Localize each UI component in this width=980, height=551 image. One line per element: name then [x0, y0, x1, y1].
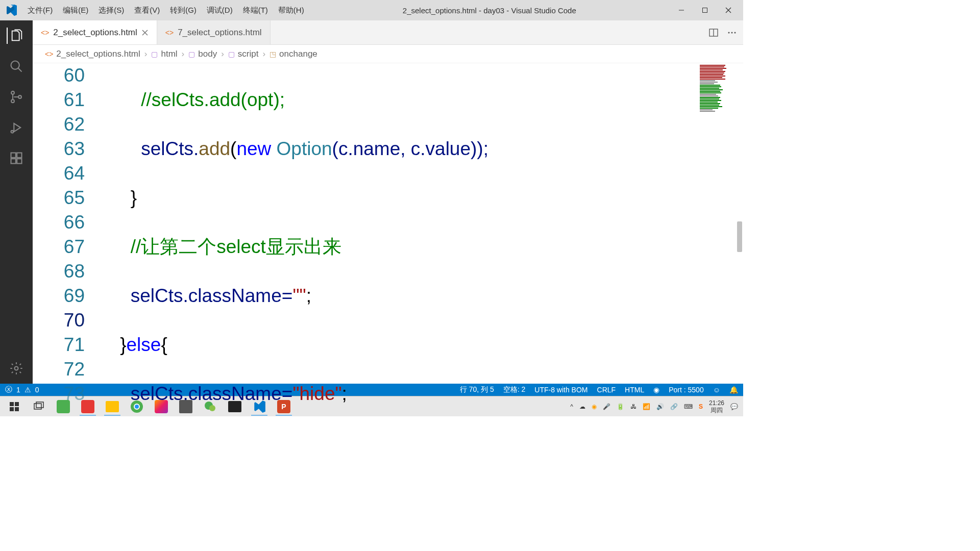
task-view-button[interactable]: [27, 397, 51, 416]
minimize-button[interactable]: [670, 2, 693, 18]
taskbar-chrome[interactable]: [125, 397, 149, 416]
breadcrumb-file[interactable]: 2_select_options.html: [56, 49, 140, 59]
line-number-gutter: 60 61 62 63 64 65 66 67 68 69 70 71 72 7…: [33, 63, 99, 384]
html-file-icon: <>: [165, 29, 174, 37]
html-file-icon: <>: [41, 29, 49, 37]
source-control-icon[interactable]: [8, 89, 24, 105]
chevron-right-icon: ›: [181, 49, 186, 59]
svg-point-20: [728, 32, 730, 33]
menu-edit[interactable]: 编辑(E): [58, 4, 93, 17]
error-count[interactable]: 1: [16, 386, 20, 394]
symbol-struct-icon: ▢: [151, 50, 158, 58]
menu-help[interactable]: 帮助(H): [273, 4, 309, 17]
minimap[interactable]: [698, 63, 734, 384]
taskbar-app-1[interactable]: [51, 397, 76, 416]
svg-point-22: [734, 32, 736, 33]
menu-bar: 文件(F) 编辑(E) 选择(S) 查看(V) 转到(G) 调试(D) 终端(T…: [22, 4, 309, 17]
more-actions-icon[interactable]: [727, 28, 737, 38]
taskbar-vscode[interactable]: [247, 397, 272, 416]
activity-bar: [0, 20, 33, 384]
window-controls: [670, 2, 740, 18]
editor-tabs: <> 2_select_options.html <> 7_select_opt…: [33, 20, 743, 45]
svg-marker-9: [14, 123, 20, 132]
maximize-button[interactable]: [693, 2, 717, 18]
html-file-icon: <>: [45, 50, 53, 58]
settings-gear-icon[interactable]: [8, 360, 24, 377]
svg-rect-26: [15, 407, 19, 411]
svg-rect-11: [11, 153, 16, 158]
code-content[interactable]: //selCts.add(opt); selCts.add(new Option…: [99, 63, 743, 384]
explorer-icon[interactable]: [7, 28, 25, 44]
svg-line-5: [18, 68, 22, 72]
breadcrumb-html[interactable]: html: [161, 49, 177, 59]
svg-rect-27: [34, 404, 41, 409]
tab-2-select-options[interactable]: <> 2_select_options.html: [33, 20, 157, 44]
svg-point-4: [11, 61, 19, 69]
svg-rect-23: [10, 402, 14, 406]
menu-go[interactable]: 转到(G): [165, 4, 202, 17]
chevron-right-icon: ›: [261, 49, 266, 59]
code-editor[interactable]: 60 61 62 63 64 65 66 67 68 69 70 71 72 7…: [33, 63, 743, 384]
menu-file[interactable]: 文件(F): [22, 4, 58, 17]
tab-7-select-options[interactable]: <> 7_select_options.html: [157, 20, 271, 44]
scrollbar-thumb[interactable]: [737, 221, 742, 252]
svg-point-6: [11, 91, 14, 94]
title-bar: 文件(F) 编辑(E) 选择(S) 查看(V) 转到(G) 调试(D) 终端(T…: [0, 0, 743, 20]
window-title: 2_select_options.html - day03 - Visual S…: [309, 6, 670, 15]
menu-debug[interactable]: 调试(D): [202, 4, 238, 17]
search-icon[interactable]: [8, 58, 24, 74]
breadcrumb-script[interactable]: script: [238, 49, 259, 59]
svg-point-15: [15, 367, 18, 370]
vertical-scrollbar[interactable]: [736, 63, 743, 384]
symbol-field-icon: ◳: [270, 50, 276, 58]
breadcrumb-onchange[interactable]: onchange: [279, 49, 317, 59]
svg-rect-12: [17, 153, 21, 158]
taskbar-paint[interactable]: [149, 397, 174, 416]
symbol-struct-icon: ▢: [188, 50, 195, 58]
menu-view[interactable]: 查看(V): [129, 4, 165, 17]
svg-rect-25: [10, 407, 14, 411]
split-editor-icon[interactable]: [708, 28, 719, 38]
chevron-right-icon: ›: [220, 49, 225, 59]
extensions-icon[interactable]: [8, 150, 24, 166]
tab-label: 2_select_options.html: [53, 28, 137, 38]
svg-point-7: [11, 99, 14, 103]
menu-terminal[interactable]: 终端(T): [238, 4, 273, 17]
vscode-logo-icon: [5, 4, 17, 16]
close-button[interactable]: [717, 2, 740, 18]
svg-rect-14: [17, 159, 21, 163]
breadcrumb: <> 2_select_options.html › ▢ html › ▢ bo…: [33, 45, 743, 63]
breadcrumb-body[interactable]: body: [198, 49, 217, 59]
debug-icon[interactable]: [8, 119, 24, 136]
svg-rect-13: [11, 159, 16, 163]
tab-label: 7_select_options.html: [178, 28, 261, 38]
taskbar-terminal[interactable]: [223, 397, 247, 416]
chevron-right-icon: ›: [143, 49, 149, 59]
error-icon[interactable]: ⓧ: [5, 385, 12, 394]
close-tab-icon[interactable]: [141, 29, 149, 36]
taskbar-app-2[interactable]: [76, 397, 100, 416]
svg-rect-1: [703, 8, 707, 13]
taskbar-app-3[interactable]: [174, 397, 198, 416]
menu-selection[interactable]: 选择(S): [93, 4, 129, 17]
svg-point-8: [18, 95, 21, 98]
svg-point-10: [11, 131, 14, 133]
svg-rect-24: [15, 402, 19, 406]
start-menu-button[interactable]: [2, 397, 27, 416]
warning-icon[interactable]: ⚠: [24, 386, 31, 394]
symbol-struct-icon: ▢: [228, 50, 235, 58]
svg-point-21: [731, 32, 733, 33]
taskbar-wechat[interactable]: [198, 397, 223, 416]
svg-point-33: [209, 405, 215, 411]
taskbar-file-explorer[interactable]: [100, 397, 125, 416]
svg-rect-28: [36, 402, 43, 408]
taskbar-powerpoint[interactable]: P: [272, 397, 296, 416]
